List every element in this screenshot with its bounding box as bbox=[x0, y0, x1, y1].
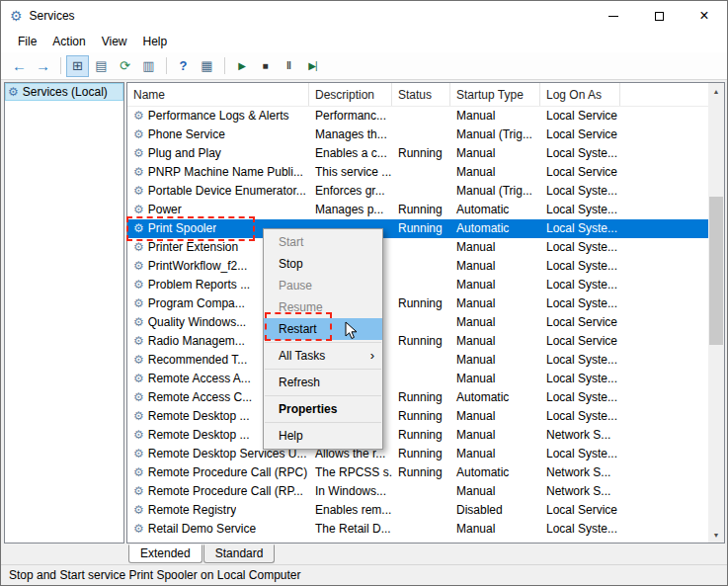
column-header-startup-type[interactable]: Startup Type bbox=[450, 83, 540, 106]
table-row[interactable]: ⚙Remote RegistryEnables rem...DisabledLo… bbox=[127, 501, 708, 520]
table-row[interactable]: ⚙Portable Device Enumerator...Enforces g… bbox=[127, 182, 708, 201]
context-menu-separator bbox=[265, 395, 381, 396]
service-log-on-as: Local Syste... bbox=[540, 407, 620, 426]
column-header-status[interactable]: Status bbox=[392, 83, 450, 106]
forward-icon[interactable]: → bbox=[32, 55, 54, 77]
column-header-name[interactable]: Name bbox=[127, 83, 309, 106]
table-row[interactable]: ⚙Remote Desktop Services U...Allows the … bbox=[127, 445, 708, 463]
sidebar-item-services-local[interactable]: ⚙Services (Local) bbox=[5, 83, 123, 101]
service-log-on-as: Local Syste... bbox=[540, 219, 620, 238]
scroll-up-button[interactable]: ▲ bbox=[708, 83, 724, 99]
tab-extended[interactable]: Extended bbox=[128, 544, 202, 563]
context-menu-item-all-tasks[interactable]: All Tasks› bbox=[264, 345, 382, 367]
context-menu-item-pause: Pause bbox=[264, 275, 382, 296]
back-icon[interactable]: ← bbox=[8, 55, 31, 77]
context-menu-separator bbox=[265, 422, 381, 423]
stop-service-icon[interactable]: ■ bbox=[254, 55, 277, 77]
service-name: Retail Demo Service bbox=[148, 520, 256, 539]
context-menu-item-properties[interactable]: Properties bbox=[264, 398, 382, 420]
restart-service-icon[interactable]: ▶| bbox=[301, 55, 324, 77]
service-log-on-as: Local Syste... bbox=[540, 388, 620, 407]
menubar-item-view[interactable]: View bbox=[94, 32, 135, 51]
service-log-on-as: Network S... bbox=[540, 463, 620, 482]
column-header-description[interactable]: Description bbox=[309, 83, 392, 106]
service-log-on-as: Network S... bbox=[540, 426, 620, 445]
show-console-tree-icon[interactable]: ⊞ bbox=[66, 55, 89, 77]
tab-standard[interactable]: Standard bbox=[203, 544, 276, 563]
table-row[interactable]: ⚙Quality Windows...ManualLocal Service bbox=[127, 313, 708, 332]
table-row[interactable]: ⚙Remote Desktop ...RunningManualLocal Sy… bbox=[127, 407, 708, 426]
export-icon[interactable]: ▥ bbox=[137, 55, 160, 77]
service-name: Remote Registry bbox=[148, 501, 236, 520]
service-startup-type: Manual bbox=[450, 313, 540, 332]
window-title: Services bbox=[30, 9, 75, 23]
service-status bbox=[392, 126, 450, 144]
table-row[interactable]: ⚙Recommended T...ManualLocal Syste... bbox=[127, 351, 708, 370]
menubar-item-file[interactable]: File bbox=[10, 32, 44, 51]
table-row[interactable]: ⚙Plug and PlayEnables a c...RunningManua… bbox=[127, 144, 708, 163]
table-row[interactable]: ⚙PrintWorkflow_f2...ManualLocal Syste... bbox=[127, 257, 708, 276]
service-log-on-as: Local Service bbox=[540, 313, 620, 332]
service-name: Plug and Play bbox=[148, 144, 221, 163]
refresh-icon[interactable]: ⟳ bbox=[114, 55, 136, 77]
service-status: Running bbox=[392, 463, 450, 482]
table-row[interactable]: ⚙Remote Access C...RunningAutomaticLocal… bbox=[127, 388, 708, 407]
maximize-button[interactable] bbox=[636, 1, 682, 31]
pause-service-icon[interactable]: ‖ bbox=[278, 55, 300, 77]
service-status: Running bbox=[392, 407, 450, 426]
service-name: Phone Service bbox=[148, 126, 225, 144]
table-row[interactable]: ⚙Retail Demo ServiceThe Retail D...Manua… bbox=[127, 520, 708, 539]
service-name-cell: ⚙Phone Service bbox=[127, 126, 309, 144]
service-name: PNRP Machine Name Publi... bbox=[148, 163, 303, 182]
vertical-scrollbar[interactable]: ▲ ▼ bbox=[708, 83, 724, 543]
scrollbar-thumb[interactable] bbox=[709, 197, 723, 345]
service-log-on-as: Network S... bbox=[540, 482, 620, 501]
context-menu-item-stop[interactable]: Stop bbox=[264, 253, 382, 275]
service-name-cell: ⚙Portable Device Enumerator... bbox=[127, 182, 309, 201]
service-gear-icon: ⚙ bbox=[133, 163, 144, 182]
table-row[interactable]: ⚙Remote Procedure Call (RP...In Windows.… bbox=[127, 482, 708, 501]
toolbar-separator bbox=[166, 57, 167, 74]
help-icon[interactable]: ? bbox=[172, 55, 195, 77]
table-row[interactable]: ⚙Problem Reports ...ManualLocal Syste... bbox=[127, 276, 708, 294]
maximize-icon bbox=[655, 12, 664, 21]
statusbar: Stop and Start service Print Spooler on … bbox=[1, 564, 727, 585]
table-row[interactable]: ⚙Radio Managem...RunningManualLocal Serv… bbox=[127, 332, 708, 351]
context-menu-separator bbox=[265, 342, 381, 343]
service-startup-type: Manual bbox=[450, 445, 540, 463]
table-row[interactable]: ⚙Remote Desktop ...RunningManualNetwork … bbox=[127, 426, 708, 445]
service-startup-type: Manual bbox=[450, 163, 540, 182]
service-log-on-as: Local Service bbox=[540, 163, 620, 182]
service-gear-icon: ⚙ bbox=[133, 407, 144, 426]
properties-icon[interactable]: ▦ bbox=[196, 55, 218, 77]
submenu-arrow-icon: › bbox=[370, 345, 374, 367]
start-service-icon[interactable]: ▶ bbox=[230, 55, 253, 77]
table-row[interactable]: ⚙Program Compa...RunningManualLocal Syst… bbox=[127, 294, 708, 313]
service-status bbox=[392, 257, 450, 276]
export-list-icon[interactable]: ▤ bbox=[90, 55, 113, 77]
table-row[interactable]: ⚙PNRP Machine Name Publi...This service … bbox=[127, 163, 708, 182]
annotation-box-restart bbox=[265, 312, 332, 341]
column-header-log-on-as[interactable]: Log On As bbox=[540, 83, 620, 106]
service-name-cell: ⚙Remote Procedure Call (RP... bbox=[127, 482, 309, 501]
service-status: Running bbox=[392, 388, 450, 407]
minimize-button[interactable] bbox=[591, 1, 636, 31]
service-status: Running bbox=[392, 294, 450, 313]
menubar-item-action[interactable]: Action bbox=[44, 32, 93, 51]
service-log-on-as: Local Syste... bbox=[540, 445, 620, 463]
context-menu-item-help[interactable]: Help bbox=[264, 425, 382, 447]
service-description: Enables a c... bbox=[309, 144, 392, 163]
service-gear-icon: ⚙ bbox=[133, 463, 144, 482]
menubar-item-help[interactable]: Help bbox=[135, 32, 176, 51]
table-row[interactable]: ⚙Phone ServiceManages th...Manual (Trig.… bbox=[127, 126, 708, 144]
service-description: Enables rem... bbox=[309, 501, 392, 520]
table-row[interactable]: ⚙Remote Access A...ManualLocal Syste... bbox=[127, 370, 708, 388]
service-status bbox=[392, 163, 450, 182]
service-log-on-as: Local Syste... bbox=[540, 238, 620, 257]
scroll-down-button[interactable]: ▼ bbox=[708, 527, 724, 543]
table-row[interactable]: ⚙Performance Logs & AlertsPerformanc...M… bbox=[127, 107, 708, 126]
context-menu-item-refresh[interactable]: Refresh bbox=[264, 372, 382, 393]
service-startup-type: Automatic bbox=[450, 201, 540, 219]
close-button[interactable]: × bbox=[682, 1, 727, 31]
table-row[interactable]: ⚙Remote Procedure Call (RPC)The RPCSS s.… bbox=[127, 463, 708, 482]
